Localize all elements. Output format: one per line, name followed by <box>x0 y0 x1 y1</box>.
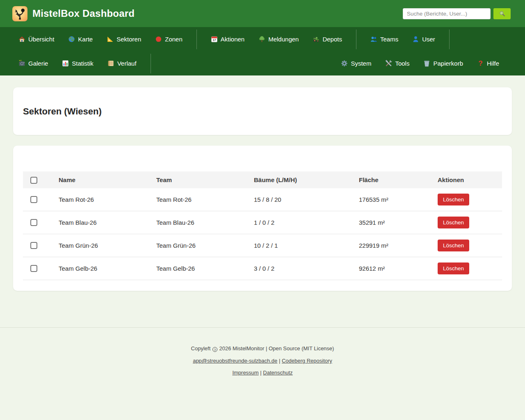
nav-label: Sektoren <box>116 36 141 43</box>
nav-label: Galerie <box>28 60 48 67</box>
app-logo-icon <box>12 6 27 21</box>
nav-label: Statistik <box>72 60 94 67</box>
sectors-table: Name Team Bäume (L/M/H) Fläche Aktionen … <box>23 171 502 280</box>
tractor-icon <box>313 36 320 43</box>
separator: | <box>279 358 280 364</box>
nav-item-aktionen[interactable]: 17 Aktionen <box>211 36 244 43</box>
app-title: MistelBox Dashboard <box>32 8 135 19</box>
cell-trees: 15 / 8 / 20 <box>250 188 355 211</box>
nav-label: Karte <box>78 36 93 43</box>
cell-area: 176535 m² <box>355 188 434 211</box>
main-content: Sektoren (Wiesen) Name Team Bäume (L/M/H… <box>0 75 525 291</box>
red-circle-icon <box>155 36 162 43</box>
delete-button[interactable]: Löschen <box>438 217 469 228</box>
search-input[interactable] <box>403 8 491 19</box>
delete-button[interactable]: Löschen <box>438 240 469 251</box>
nav-item-papierkorb[interactable]: Papierkorb <box>423 60 463 67</box>
table-row: Team Blau-26 Team Blau-26 1 / 0 / 2 3529… <box>23 211 502 234</box>
delete-button[interactable]: Löschen <box>438 262 469 274</box>
nav-divider <box>151 54 151 73</box>
copyright-line: Copyleft ɔ 2026 MistelMonitor | Open Sou… <box>0 346 525 352</box>
cell-area: 92612 m² <box>355 257 434 280</box>
wastebasket-icon <box>423 60 430 67</box>
nav-item-teams[interactable]: Teams <box>370 36 398 43</box>
search-bar <box>403 8 511 19</box>
search-button[interactable] <box>493 8 511 19</box>
table-row: Team Gelb-26 Team Gelb-26 3 / 0 / 2 9261… <box>23 257 502 280</box>
person-icon <box>412 36 419 43</box>
cell-area: 35291 m² <box>355 211 434 234</box>
impressum-link[interactable]: Impressum <box>232 370 258 376</box>
nav-item-depots[interactable]: Depots <box>313 36 342 43</box>
cell-trees: 3 / 0 / 2 <box>250 257 355 280</box>
nav-item-hilfe[interactable]: ? Hilfe <box>477 60 499 67</box>
cell-team: Team Gelb-26 <box>152 257 250 280</box>
nav-item-statistik[interactable]: Statistik <box>62 60 94 67</box>
nav-row-1: Übersicht Karte Sektoren <box>0 27 525 51</box>
nav-label: Tools <box>395 60 409 67</box>
delete-button[interactable]: Löschen <box>438 194 469 205</box>
nav-label: System <box>351 60 371 67</box>
nav-item-sektoren[interactable]: Sektoren <box>107 36 141 43</box>
column-header-trees: Bäume (L/M/H) <box>250 171 355 188</box>
nav-item-user[interactable]: User <box>412 36 435 43</box>
page-title: Sektoren (Wiesen) <box>23 106 502 117</box>
question-mark-icon: ? <box>477 60 484 67</box>
nav-item-verlauf[interactable]: Verlauf <box>107 60 137 67</box>
nav-item-uebersicht[interactable]: Übersicht <box>18 36 54 43</box>
separator: | <box>260 370 261 376</box>
nav-label: Übersicht <box>28 36 54 43</box>
column-header-actions: Aktionen <box>434 171 502 188</box>
main-navigation: Übersicht Karte Sektoren <box>0 27 525 75</box>
column-header-name: Name <box>55 171 152 188</box>
cell-name: Team Gelb-26 <box>55 257 152 280</box>
cell-trees: 10 / 2 / 1 <box>250 234 355 257</box>
gear-icon <box>341 60 348 67</box>
triangle-ruler-icon <box>107 36 114 43</box>
nav-label: User <box>422 36 435 43</box>
nav-item-zonen[interactable]: Zonen <box>155 36 183 43</box>
nav-label: Teams <box>380 36 398 43</box>
nav-divider <box>196 30 197 49</box>
legal-line: Impressum | Datenschutz <box>0 370 525 376</box>
nav-label: Papierkorb <box>433 60 463 67</box>
column-header-area: Fläche <box>355 171 434 188</box>
nav-item-tools[interactable]: Tools <box>385 60 409 67</box>
calendar-icon: 17 <box>211 36 218 43</box>
row-checkbox[interactable] <box>30 196 37 203</box>
scroll-icon <box>107 60 114 67</box>
cell-team: Team Blau-26 <box>152 211 250 234</box>
links-line: app@streuobstfreunde-sulzbach.de | Codeb… <box>0 358 525 364</box>
nav-item-karte[interactable]: Karte <box>68 36 93 43</box>
nav-divider <box>356 30 356 49</box>
nav-item-system[interactable]: System <box>341 60 371 67</box>
two-persons-icon <box>370 36 377 43</box>
repository-link[interactable]: Codeberg Repository <box>282 358 332 364</box>
datenschutz-link[interactable]: Datenschutz <box>263 370 292 376</box>
hammer-wrench-icon <box>385 60 392 67</box>
copyleft-icon: ɔ <box>212 347 217 352</box>
bar-chart-icon <box>62 60 69 67</box>
svg-text:17: 17 <box>212 39 216 41</box>
page-footer: Copyleft ɔ 2026 MistelMonitor | Open Sou… <box>0 327 525 407</box>
nav-divider <box>449 30 450 49</box>
cell-name: Team Grün-26 <box>55 234 152 257</box>
nav-row-2: Galerie Statistik Verlauf <box>0 51 525 75</box>
house-icon <box>18 36 25 43</box>
select-all-checkbox[interactable] <box>30 177 37 184</box>
table-row: Team Grün-26 Team Grün-26 10 / 2 / 1 229… <box>23 234 502 257</box>
nav-label: Meldungen <box>268 36 299 43</box>
camera-icon <box>18 60 25 67</box>
nav-label: Verlauf <box>117 60 137 67</box>
globe-icon <box>68 36 75 43</box>
cell-name: Team Blau-26 <box>55 211 152 234</box>
email-link[interactable]: app@streuobstfreunde-sulzbach.de <box>193 358 277 364</box>
row-checkbox[interactable] <box>30 219 37 226</box>
cell-team: Team Rot-26 <box>152 188 250 211</box>
row-checkbox[interactable] <box>30 242 37 249</box>
nav-item-meldungen[interactable]: Meldungen <box>258 36 299 43</box>
nav-item-galerie[interactable]: Galerie <box>18 60 48 67</box>
sectors-table-card: Name Team Bäume (L/M/H) Fläche Aktionen … <box>13 146 512 291</box>
cell-trees: 1 / 0 / 2 <box>250 211 355 234</box>
row-checkbox[interactable] <box>30 265 37 272</box>
